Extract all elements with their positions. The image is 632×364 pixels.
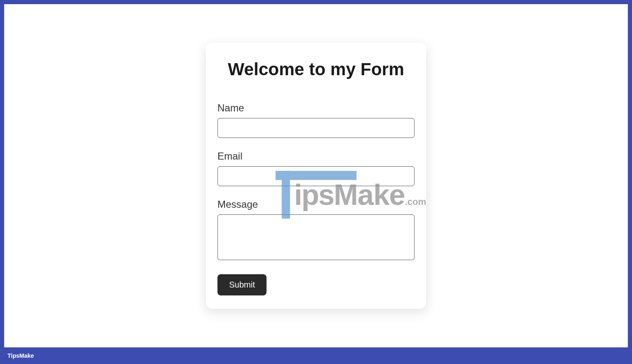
form-group-name: Name — [217, 102, 415, 138]
form-title: Welcome to my Form — [217, 59, 415, 79]
form-group-message: Message — [217, 199, 415, 262]
email-input[interactable] — [217, 166, 415, 186]
footer-brand: TipsMake — [7, 352, 34, 359]
message-label: Message — [217, 199, 415, 210]
form-group-email: Email — [217, 150, 415, 186]
name-input[interactable] — [217, 118, 415, 138]
message-textarea[interactable] — [217, 214, 415, 260]
email-label: Email — [217, 150, 415, 162]
submit-button[interactable]: Submit — [217, 274, 267, 295]
name-label: Name — [217, 102, 415, 114]
form-card: Welcome to my Form Name Email Message Su… — [206, 43, 426, 309]
page-frame: Welcome to my Form Name Email Message Su… — [4, 4, 628, 347]
